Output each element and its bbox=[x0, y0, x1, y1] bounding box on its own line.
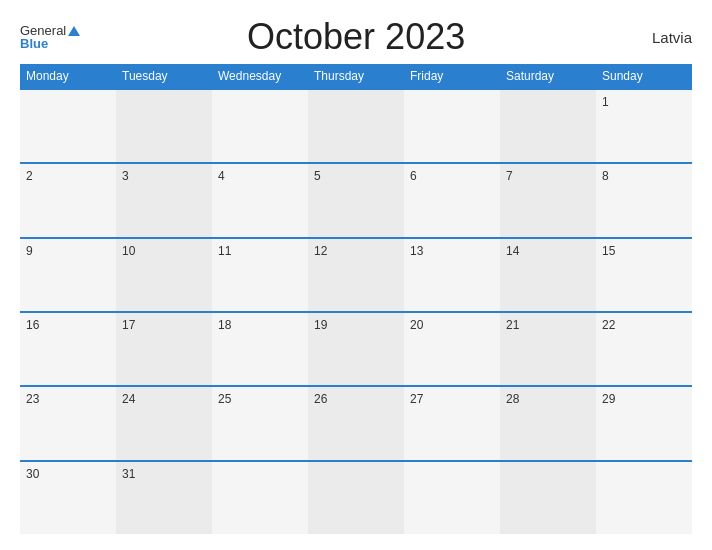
calendar-day: 27 bbox=[404, 387, 500, 459]
calendar-day: 26 bbox=[308, 387, 404, 459]
calendar-day bbox=[20, 90, 116, 162]
calendar-day: 2 bbox=[20, 164, 116, 236]
page: General Blue October 2023 Latvia MondayT… bbox=[0, 0, 712, 550]
weekday-header-wednesday: Wednesday bbox=[212, 64, 308, 88]
calendar-title: October 2023 bbox=[80, 16, 632, 58]
day-number: 9 bbox=[26, 244, 33, 258]
calendar-day: 24 bbox=[116, 387, 212, 459]
day-number: 30 bbox=[26, 467, 39, 481]
calendar-day bbox=[404, 462, 500, 534]
logo: General Blue bbox=[20, 24, 80, 50]
day-number: 15 bbox=[602, 244, 615, 258]
calendar-week-2: 2345678 bbox=[20, 162, 692, 236]
calendar-day bbox=[308, 90, 404, 162]
calendar-day: 8 bbox=[596, 164, 692, 236]
calendar-day: 13 bbox=[404, 239, 500, 311]
calendar-day: 23 bbox=[20, 387, 116, 459]
calendar-day: 10 bbox=[116, 239, 212, 311]
weekday-header-saturday: Saturday bbox=[500, 64, 596, 88]
day-number: 12 bbox=[314, 244, 327, 258]
calendar-day: 31 bbox=[116, 462, 212, 534]
calendar-day: 18 bbox=[212, 313, 308, 385]
calendar-body: 1234567891011121314151617181920212223242… bbox=[20, 88, 692, 534]
day-number: 21 bbox=[506, 318, 519, 332]
logo-blue-text: Blue bbox=[20, 37, 48, 50]
weekday-header-tuesday: Tuesday bbox=[116, 64, 212, 88]
weekday-header-friday: Friday bbox=[404, 64, 500, 88]
calendar-day: 4 bbox=[212, 164, 308, 236]
calendar-day: 11 bbox=[212, 239, 308, 311]
header: General Blue October 2023 Latvia bbox=[20, 16, 692, 58]
calendar-day: 3 bbox=[116, 164, 212, 236]
day-number: 17 bbox=[122, 318, 135, 332]
logo-triangle-icon bbox=[68, 26, 80, 36]
calendar-day: 5 bbox=[308, 164, 404, 236]
weekday-header-thursday: Thursday bbox=[308, 64, 404, 88]
day-number: 18 bbox=[218, 318, 231, 332]
day-number: 22 bbox=[602, 318, 615, 332]
day-number: 27 bbox=[410, 392, 423, 406]
calendar-day: 6 bbox=[404, 164, 500, 236]
calendar-header: MondayTuesdayWednesdayThursdayFridaySatu… bbox=[20, 64, 692, 88]
day-number: 10 bbox=[122, 244, 135, 258]
day-number: 28 bbox=[506, 392, 519, 406]
calendar-week-6: 3031 bbox=[20, 460, 692, 534]
day-number: 16 bbox=[26, 318, 39, 332]
day-number: 2 bbox=[26, 169, 33, 183]
day-number: 13 bbox=[410, 244, 423, 258]
calendar-day: 20 bbox=[404, 313, 500, 385]
calendar-day bbox=[212, 90, 308, 162]
day-number: 1 bbox=[602, 95, 609, 109]
calendar-day: 22 bbox=[596, 313, 692, 385]
calendar: MondayTuesdayWednesdayThursdayFridaySatu… bbox=[20, 64, 692, 534]
calendar-day: 16 bbox=[20, 313, 116, 385]
calendar-day: 29 bbox=[596, 387, 692, 459]
weekday-header-sunday: Sunday bbox=[596, 64, 692, 88]
country-label: Latvia bbox=[632, 29, 692, 46]
day-number: 23 bbox=[26, 392, 39, 406]
calendar-day bbox=[116, 90, 212, 162]
day-number: 5 bbox=[314, 169, 321, 183]
day-number: 3 bbox=[122, 169, 129, 183]
calendar-week-3: 9101112131415 bbox=[20, 237, 692, 311]
calendar-day bbox=[404, 90, 500, 162]
calendar-week-4: 16171819202122 bbox=[20, 311, 692, 385]
calendar-day: 7 bbox=[500, 164, 596, 236]
weekday-header-monday: Monday bbox=[20, 64, 116, 88]
day-number: 25 bbox=[218, 392, 231, 406]
day-number: 19 bbox=[314, 318, 327, 332]
day-number: 24 bbox=[122, 392, 135, 406]
calendar-day bbox=[500, 462, 596, 534]
day-number: 29 bbox=[602, 392, 615, 406]
day-number: 7 bbox=[506, 169, 513, 183]
day-number: 8 bbox=[602, 169, 609, 183]
calendar-day: 9 bbox=[20, 239, 116, 311]
calendar-day: 15 bbox=[596, 239, 692, 311]
calendar-day: 1 bbox=[596, 90, 692, 162]
calendar-day: 30 bbox=[20, 462, 116, 534]
calendar-day: 25 bbox=[212, 387, 308, 459]
calendar-week-5: 23242526272829 bbox=[20, 385, 692, 459]
day-number: 4 bbox=[218, 169, 225, 183]
day-number: 11 bbox=[218, 244, 231, 258]
calendar-day: 14 bbox=[500, 239, 596, 311]
calendar-day: 12 bbox=[308, 239, 404, 311]
calendar-day: 28 bbox=[500, 387, 596, 459]
calendar-day bbox=[596, 462, 692, 534]
day-number: 26 bbox=[314, 392, 327, 406]
calendar-day bbox=[212, 462, 308, 534]
day-number: 6 bbox=[410, 169, 417, 183]
calendar-day bbox=[308, 462, 404, 534]
day-number: 31 bbox=[122, 467, 135, 481]
calendar-day: 19 bbox=[308, 313, 404, 385]
day-number: 14 bbox=[506, 244, 519, 258]
calendar-day: 21 bbox=[500, 313, 596, 385]
day-number: 20 bbox=[410, 318, 423, 332]
calendar-week-1: 1 bbox=[20, 88, 692, 162]
calendar-day bbox=[500, 90, 596, 162]
calendar-day: 17 bbox=[116, 313, 212, 385]
